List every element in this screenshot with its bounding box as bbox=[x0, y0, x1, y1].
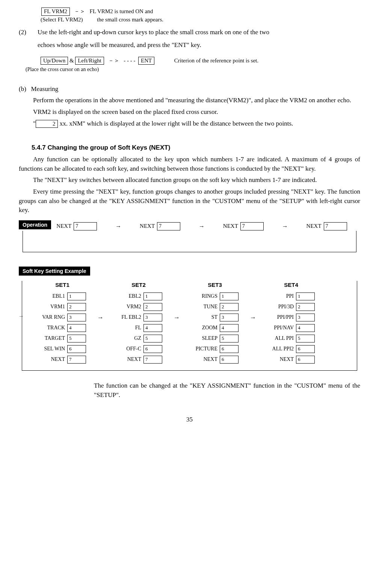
leftright-key: Left/Right bbox=[75, 57, 104, 65]
softkey-label: SEL WIN bbox=[39, 345, 65, 353]
place-cursor-note: (Place the cross cursor on an echo) bbox=[26, 66, 360, 73]
softkey-row: VRM22 bbox=[115, 303, 162, 311]
softkey-label: NEXT bbox=[267, 356, 294, 363]
top-line-2: (Select FL VRM2) the small cross mark ap… bbox=[41, 16, 360, 24]
softkey-num: 6 bbox=[220, 345, 239, 353]
softkey-row: OFF-C6 bbox=[115, 345, 162, 353]
arrow-icon: → bbox=[174, 281, 180, 323]
softkey-set-header: SET1 bbox=[39, 281, 86, 289]
softkey-row: PPI/NAV4 bbox=[267, 324, 315, 332]
softkey-column: SET2EBL21VRM22FL EBL23FL4GZ5OFF-C6NEXT7 bbox=[115, 281, 162, 364]
next-label: NEXT bbox=[140, 222, 155, 230]
top-line-1: FL VRM2 －＞ FL VRM2 is turned ON and bbox=[41, 8, 360, 16]
softkey-row: NEXT6 bbox=[267, 355, 315, 364]
softkey-row: ZOOM4 bbox=[191, 324, 239, 332]
next-num: 7 bbox=[240, 222, 264, 230]
softkey-num: 5 bbox=[143, 335, 162, 342]
softkey-label: FL bbox=[115, 324, 141, 332]
softkey-label: NEXT bbox=[191, 356, 217, 363]
arrow-icon: → bbox=[250, 281, 256, 323]
next-item-3: NEXT 7 bbox=[223, 222, 264, 230]
softkey-row: RINGS1 bbox=[191, 292, 239, 300]
softkey-num: 5 bbox=[220, 335, 239, 342]
softkey-set-header: SET3 bbox=[191, 281, 239, 289]
softkey-label: ALL PPI2 bbox=[267, 345, 294, 353]
softkey-row: TARGET5 bbox=[39, 334, 86, 342]
softkey-num: 2 bbox=[143, 303, 162, 311]
softkey-num: 4 bbox=[143, 324, 162, 332]
section-b-heading: Measuring bbox=[31, 85, 59, 92]
softkey-num: 6 bbox=[143, 345, 162, 353]
softkey-column: SET1EBL11VRM12VAR RNG3TRACK4TARGET5SEL W… bbox=[39, 281, 86, 364]
next-item-1: NEXT 7 bbox=[56, 222, 97, 230]
softkey-label: GZ bbox=[115, 335, 141, 342]
softkey-row: PPI/3D2 bbox=[267, 303, 315, 311]
softkey-label: TRACK bbox=[39, 324, 65, 332]
softkey-num: 5 bbox=[67, 335, 86, 342]
softkey-row: EBL21 bbox=[115, 292, 162, 300]
key-2: 2 bbox=[36, 120, 58, 128]
softkey-outer: → SET1EBL11VRM12VAR RNG3TRACK4TARGET5SEL… bbox=[22, 281, 357, 371]
softkey-row: EBL11 bbox=[39, 292, 86, 300]
softkey-label: VRM2 bbox=[115, 303, 141, 311]
next-label: NEXT bbox=[223, 222, 238, 230]
step-2-line2: echoes whose angle will be measured, and… bbox=[38, 41, 360, 50]
next-item-4: NEXT 7 bbox=[307, 222, 347, 230]
p3a: " bbox=[33, 120, 36, 127]
small-cross-text: the small cross mark appears. bbox=[97, 17, 163, 23]
section-b-p2: VRM2 is displayed on the screen based on… bbox=[19, 108, 360, 117]
page-number: 35 bbox=[19, 415, 360, 424]
arrow-icon: → bbox=[18, 312, 24, 320]
heading-547: 5.4.7 Changing the group of Soft Keys (N… bbox=[32, 143, 360, 153]
softkey-label: TUNE bbox=[191, 303, 217, 311]
s547-p2: The "NEXT" key switches between allocate… bbox=[19, 176, 360, 185]
softkey-row: ALL PPI26 bbox=[267, 345, 315, 353]
softkey-row: VRM12 bbox=[39, 303, 86, 311]
softkey-num: 6 bbox=[67, 345, 86, 353]
amp-text: & bbox=[68, 58, 75, 64]
ent-key: ENT bbox=[138, 57, 154, 65]
softkey-row: ALL PPI5 bbox=[267, 334, 315, 342]
softkey-num: 2 bbox=[296, 303, 315, 311]
softkey-label: ST bbox=[191, 314, 217, 321]
softkey-label: NEXT bbox=[39, 356, 65, 363]
next-num: 7 bbox=[74, 222, 97, 230]
softkey-num: 6 bbox=[296, 356, 315, 364]
step-2-line1: Use the left-right and up-down cursor ke… bbox=[38, 29, 269, 36]
softkey-num: 3 bbox=[220, 314, 239, 321]
softkey-num: 4 bbox=[296, 324, 315, 332]
softkey-row: PPI/PPI3 bbox=[267, 313, 315, 321]
criterion-text: Criterion of the reference point is set. bbox=[174, 58, 259, 64]
flvrm2-on-text: FL VRM2 is turned ON and bbox=[90, 8, 153, 14]
softkey-num: 5 bbox=[296, 335, 315, 342]
arrow-icon: → bbox=[97, 281, 104, 323]
softkey-set-header: SET4 bbox=[267, 281, 315, 289]
arrow-icon: → bbox=[282, 222, 288, 230]
arrow-icon: → bbox=[199, 222, 205, 230]
softkey-example-label: Soft Key Setting Example bbox=[19, 267, 90, 276]
softkey-row: VAR RNG3 bbox=[39, 313, 86, 321]
softkey-num: 1 bbox=[296, 292, 315, 300]
select-flvrm2: (Select FL VRM2) bbox=[41, 17, 83, 23]
softkey-num: 6 bbox=[296, 345, 315, 353]
softkey-label: PPI/NAV bbox=[267, 324, 294, 332]
dash-arrow: －＞ bbox=[74, 8, 85, 14]
softkey-label: EBL1 bbox=[39, 292, 65, 300]
s547-p1: Any function can be optionally allocated… bbox=[19, 155, 360, 173]
softkey-label: PPI/PPI bbox=[267, 314, 294, 321]
softkey-label: NEXT bbox=[115, 356, 141, 363]
softkey-num: 3 bbox=[143, 314, 162, 321]
softkey-row: SLEEP5 bbox=[191, 334, 239, 342]
section-b: (b) Measuring Perform the operations in … bbox=[19, 85, 360, 129]
softkey-row: PICTURE6 bbox=[191, 345, 239, 353]
next-item-2: NEXT 7 bbox=[140, 222, 180, 230]
softkey-row: NEXT7 bbox=[39, 355, 86, 364]
softkey-row: NEXT6 bbox=[191, 355, 239, 364]
softkey-num: 7 bbox=[67, 356, 86, 364]
softkey-num: 1 bbox=[220, 292, 239, 300]
s547-p3: Every time pressing the "NEXT" key, func… bbox=[19, 187, 360, 215]
next-flow-diagram: → NEXT 7 → NEXT 7 → NEXT 7 → NEXT 7 bbox=[23, 231, 356, 252]
softkey-label: SLEEP bbox=[191, 335, 217, 342]
next-label: NEXT bbox=[307, 222, 322, 230]
section-b-p3: " 2 xx. xNM" which is displayed at the l… bbox=[19, 119, 360, 129]
